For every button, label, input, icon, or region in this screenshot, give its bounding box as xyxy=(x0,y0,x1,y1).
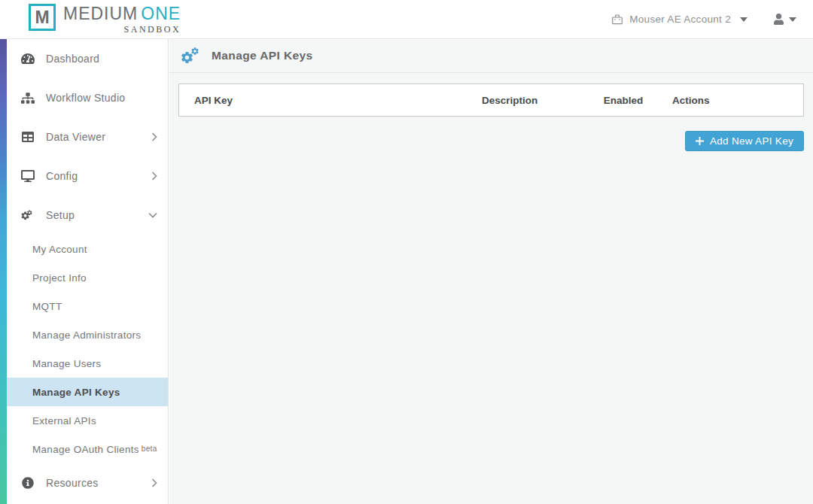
api-keys-table: API Key Description Enabled Actions xyxy=(178,83,804,117)
topbar: M MEDIUMONE SANDBOX Mouser AE Account xyxy=(0,0,813,39)
sidebar-item-label: My Account xyxy=(32,244,87,255)
sidebar-item-manage-api-keys[interactable]: Manage API Keys xyxy=(7,378,168,406)
beta-badge: beta xyxy=(142,445,157,453)
brand-name: MEDIUMONE xyxy=(63,4,181,23)
sidebar-item-data-viewer[interactable]: Data Viewer xyxy=(7,117,168,156)
sidebar-item-mqtt[interactable]: MQTT xyxy=(7,292,168,320)
briefcase-icon xyxy=(611,14,623,26)
chevron-down-icon xyxy=(148,212,157,218)
sidebar-item-label: Manage API Keys xyxy=(32,387,120,398)
sidebar-item-label: Project Info xyxy=(32,272,87,284)
chevron-right-icon xyxy=(151,132,157,141)
brand-logo[interactable]: M MEDIUMONE SANDBOX xyxy=(29,4,181,35)
brand-subtitle: SANDBOX xyxy=(124,24,181,35)
sidebar-item-resources[interactable]: Resources xyxy=(7,463,168,502)
chevron-right-icon xyxy=(151,478,157,487)
column-header-enabled: Enabled xyxy=(604,95,672,106)
sidebar-item-label: Setup xyxy=(46,209,75,221)
sidebar-item-label: Manage Administrators xyxy=(32,329,141,341)
user-icon xyxy=(773,14,784,25)
caret-down-icon xyxy=(789,17,796,22)
dashboard-icon xyxy=(20,53,35,65)
column-header-actions: Actions xyxy=(672,95,803,106)
sidebar-item-label: Workflow Studio xyxy=(46,92,125,104)
sidebar-item-label: Resources xyxy=(46,477,99,489)
logo-letter: M xyxy=(35,8,49,28)
sidebar-item-external-apis[interactable]: External APIs xyxy=(7,406,168,435)
sidebar-item-label: MQTT xyxy=(32,301,62,312)
sidebar-item-my-account[interactable]: My Account xyxy=(7,235,168,263)
page-title: Manage API Keys xyxy=(212,49,313,62)
sidebar-item-project-info[interactable]: Project Info xyxy=(7,263,168,292)
sidebar-item-dashboard[interactable]: Dashboard xyxy=(7,39,168,78)
sidebar-item-label: Manage OAuth Clients xyxy=(32,444,139,455)
sidebar: Dashboard Workflow Studio Data Viewer xyxy=(0,39,169,504)
gears-icon xyxy=(180,47,201,65)
page-header: Manage API Keys xyxy=(169,39,813,73)
sitemap-icon xyxy=(20,93,35,104)
app-window: M MEDIUMONE SANDBOX Mouser AE Account xyxy=(0,0,813,504)
sidebar-item-config[interactable]: Config xyxy=(7,156,168,196)
account-selector[interactable]: Mouser AE Account 2 xyxy=(611,14,748,26)
sidebar-item-workflow-studio[interactable]: Workflow Studio xyxy=(7,78,168,117)
sidebar-item-manage-administrators[interactable]: Manage Administrators xyxy=(7,320,168,349)
logo-text: MEDIUMONE SANDBOX xyxy=(63,4,181,35)
sidebar-item-label: Manage Users xyxy=(32,358,101,369)
table-actions-row: Add New API Key xyxy=(169,131,804,151)
sidebar-item-label: Config xyxy=(46,170,78,182)
logo-m-icon: M xyxy=(29,4,56,31)
chevron-right-icon xyxy=(151,172,157,181)
brand-name-primary: MEDIUM xyxy=(63,4,138,23)
sidebar-item-label: Data Viewer xyxy=(46,131,105,143)
desktop-icon xyxy=(20,170,35,182)
info-icon xyxy=(20,477,35,489)
add-new-api-key-button[interactable]: Add New API Key xyxy=(685,131,804,151)
sidebar-item-manage-users[interactable]: Manage Users xyxy=(7,349,168,378)
sidebar-item-label: External APIs xyxy=(32,415,96,427)
brand-name-accent: ONE xyxy=(141,4,181,23)
sidebar-gradient-strip xyxy=(0,39,7,504)
user-menu[interactable] xyxy=(773,14,796,25)
account-label: Mouser AE Account 2 xyxy=(629,14,731,25)
caret-down-icon xyxy=(740,17,748,22)
sidebar-nav: Dashboard Workflow Studio Data Viewer xyxy=(7,39,168,502)
sidebar-item-label: Dashboard xyxy=(46,53,99,65)
column-header-description: Description xyxy=(482,95,604,106)
sidebar-item-manage-oauth-clients[interactable]: Manage OAuth Clients beta xyxy=(7,435,168,463)
table-icon xyxy=(20,131,35,143)
column-header-api-key: API Key xyxy=(179,95,482,106)
plus-icon xyxy=(696,137,704,145)
setup-submenu: My Account Project Info MQTT Manage Admi… xyxy=(7,235,168,463)
topbar-right: Mouser AE Account 2 xyxy=(611,14,796,26)
gears-icon xyxy=(20,208,35,222)
sidebar-item-setup[interactable]: Setup xyxy=(7,196,168,235)
add-button-label: Add New API Key xyxy=(710,135,793,147)
main-content: Manage API Keys API Key Description Enab… xyxy=(169,39,813,504)
